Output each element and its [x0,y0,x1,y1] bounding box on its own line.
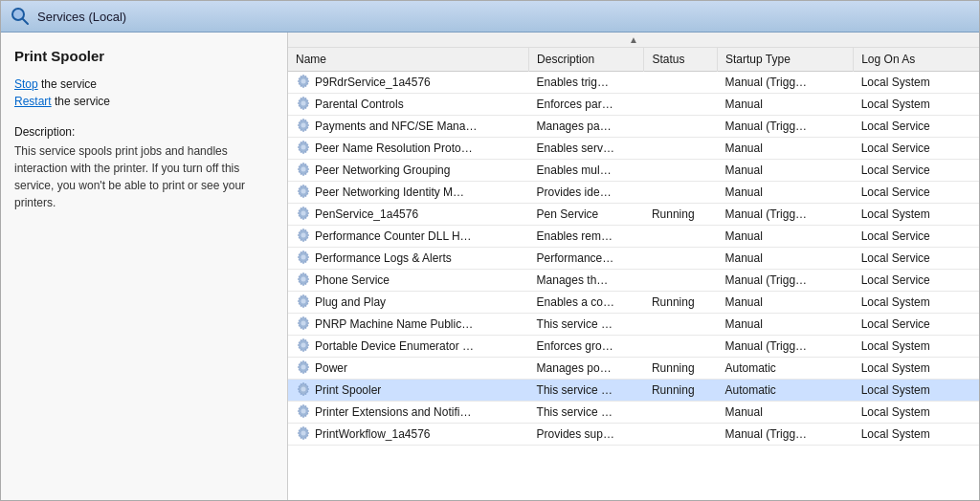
service-name: Plug and Play [315,295,386,309]
service-gear-icon [296,229,311,243]
service-logon-as: Local System [854,204,979,226]
service-logon-as: Local System [854,424,979,446]
service-startup-type: Manual [717,160,853,182]
main-area: Print Spooler Stop the service Restart t… [1,33,979,500]
table-row[interactable]: Payments and NFC/SE Mana… Manages pa…Man… [288,116,979,138]
service-description: Enforces par… [529,94,644,116]
table-row[interactable]: PNRP Machine Name Public… This service …… [288,314,979,336]
table-row[interactable]: Printer Extensions and Notifi… This serv… [288,402,979,424]
service-gear-icon [296,163,311,177]
service-name-cell: Phone Service [288,270,529,292]
service-startup-type: Manual [717,94,853,116]
service-status: Running [644,204,718,226]
service-name: Payments and NFC/SE Mana… [315,120,477,133]
svg-point-23 [301,299,306,304]
service-gear-icon [296,272,311,287]
service-gear-icon [296,250,311,265]
restart-suffix: the service [52,95,110,108]
service-startup-type: Automatic [717,358,853,380]
service-gear-icon [296,426,311,441]
service-logon-as: Local Service [854,160,979,182]
col-header-name[interactable]: Name [288,48,529,72]
col-header-logon[interactable]: Log On As [854,48,979,72]
table-row[interactable]: Peer Name Resolution Proto… Enables serv… [288,138,979,160]
col-header-description[interactable]: Description [529,48,644,72]
service-description: This service … [529,402,644,424]
scroll-indicator: ▲ [288,33,979,48]
svg-point-17 [301,233,306,238]
service-startup-type: Manual (Trigg… [717,424,853,446]
service-name: Peer Networking Grouping [315,163,450,177]
service-description: Enforces gro… [529,336,644,358]
service-name-cell: Peer Networking Identity M… [288,182,529,204]
table-row[interactable]: PrintWorkflow_1a4576 Provides sup…Manual… [288,424,979,446]
svg-point-21 [301,277,306,282]
svg-line-1 [23,19,28,24]
services-window: Services (Local) Print Spooler Stop the … [0,0,980,501]
table-row[interactable]: Performance Counter DLL H… Enables rem…M… [288,226,979,248]
service-status [644,138,718,160]
service-startup-type: Manual [717,138,853,160]
stop-service-link[interactable]: Stop [14,77,38,91]
col-header-status[interactable]: Status [644,48,718,72]
service-logon-as: Local System [854,336,979,358]
table-row[interactable]: PenService_1a4576 Pen ServiceRunningManu… [288,204,979,226]
service-name: Portable Device Enumerator … [315,339,474,353]
service-status [644,270,718,292]
service-name-cell: Performance Counter DLL H… [288,226,529,248]
table-row[interactable]: Power Manages po…RunningAutomaticLocal S… [288,358,979,380]
table-row[interactable]: Performance Logs & Alerts Performance…Ma… [288,248,979,270]
table-row[interactable]: Portable Device Enumerator … Enforces gr… [288,336,979,358]
sidebar: Print Spooler Stop the service Restart t… [1,33,288,500]
service-logon-as: Local System [854,292,979,314]
service-name-cell: Peer Name Resolution Proto… [288,138,529,160]
service-logon-as: Local Service [854,248,979,270]
service-name-cell: Printer Extensions and Notifi… [288,402,529,424]
service-logon-as: Local System [854,72,979,94]
col-header-startup[interactable]: Startup Type [717,48,853,72]
service-name-cell: Parental Controls [288,94,529,116]
service-name: Power [315,361,347,375]
table-row[interactable]: Peer Networking Identity M… Provides ide… [288,182,979,204]
service-startup-type: Manual (Trigg… [717,72,853,94]
table-row[interactable]: Parental Controls Enforces par…ManualLoc… [288,94,979,116]
services-table-container[interactable]: Name Description Status Startup Type [288,48,979,500]
service-name: Performance Counter DLL H… [315,229,472,243]
service-startup-type: Manual [717,248,853,270]
service-name-cell: Power [288,358,529,380]
service-name-cell: Portable Device Enumerator … [288,336,529,358]
window-title: Services (Local) [37,10,126,24]
service-description: Manages pa… [529,116,644,138]
service-startup-type: Manual (Trigg… [717,270,853,292]
stop-suffix: the service [38,77,97,91]
table-row[interactable]: Plug and Play Enables a co…RunningManual… [288,292,979,314]
service-logon-as: Local System [854,380,979,402]
service-name: Peer Name Resolution Proto… [315,142,473,155]
service-startup-type: Manual (Trigg… [717,116,853,138]
title-bar: Services (Local) [1,1,979,33]
service-gear-icon [296,185,311,199]
service-logon-as: Local System [854,402,979,424]
service-name-cell: PenService_1a4576 [288,204,529,226]
table-row[interactable]: Phone Service Manages th…Manual (Trigg…L… [288,270,979,292]
svg-point-29 [301,365,306,370]
service-startup-type: Manual (Trigg… [717,204,853,226]
service-description: Manages po… [529,358,644,380]
service-status [644,72,718,94]
svg-point-0 [12,9,24,20]
service-startup-type: Manual [717,182,853,204]
service-description: This service … [529,380,644,402]
service-status [644,424,718,446]
service-status [644,160,718,182]
service-status [644,248,718,270]
services-list: P9RdrService_1a4576 Enables trig…Manual … [288,72,979,446]
service-description: This service spools print jobs and handl… [14,142,274,211]
service-name: Print Spooler [315,383,381,397]
table-header: Name Description Status Startup Type [288,48,979,72]
table-row[interactable]: Peer Networking Grouping Enables mul…Man… [288,160,979,182]
restart-service-link[interactable]: Restart [14,95,52,108]
table-row[interactable]: Print Spooler This service …RunningAutom… [288,380,979,402]
service-logon-as: Local Service [854,116,979,138]
service-logon-as: Local Service [854,226,979,248]
table-row[interactable]: P9RdrService_1a4576 Enables trig…Manual … [288,72,979,94]
